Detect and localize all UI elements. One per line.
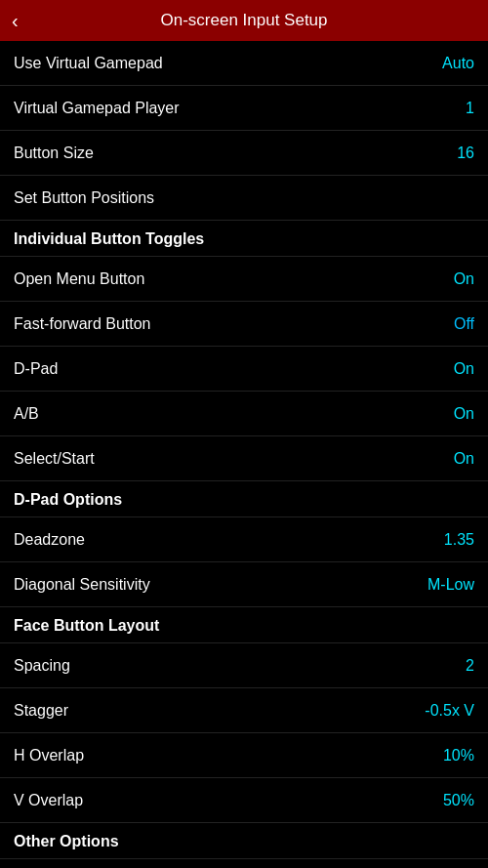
set-button-positions-row[interactable]: Set Button Positions xyxy=(0,176,488,221)
section-other-options-label: Other Options xyxy=(14,833,119,849)
section-d-pad-options-label: D-Pad Options xyxy=(14,491,122,508)
select-start-label: Select/Start xyxy=(14,450,95,468)
fast-forward-button-row[interactable]: Fast-forward Button Off xyxy=(0,302,488,347)
stagger-label: Stagger xyxy=(14,702,68,720)
spacing-label: Spacing xyxy=(14,657,70,675)
select-start-value: On xyxy=(454,450,474,468)
spacing-row[interactable]: Spacing 2 xyxy=(0,643,488,688)
diagonal-sensitivity-label: Diagonal Sensitivity xyxy=(14,576,150,594)
d-pad-value: On xyxy=(454,360,474,378)
back-button[interactable]: ‹ xyxy=(12,10,19,32)
stagger-row[interactable]: Stagger -0.5x V xyxy=(0,688,488,733)
open-menu-button-label: Open Menu Button xyxy=(14,270,144,288)
deadzone-label: Deadzone xyxy=(14,531,85,549)
h-overlap-label: H Overlap xyxy=(14,747,84,765)
d-pad-row[interactable]: D-Pad On xyxy=(0,347,488,392)
stagger-value: -0.5x V xyxy=(425,702,474,720)
fast-forward-button-label: Fast-forward Button xyxy=(14,315,151,333)
section-individual-button-toggles: Individual Button Toggles xyxy=(0,221,488,257)
set-button-positions-label: Set Button Positions xyxy=(14,189,154,207)
button-size-label: Button Size xyxy=(14,145,94,162)
ab-row[interactable]: A/B On xyxy=(0,392,488,436)
select-start-row[interactable]: Select/Start On xyxy=(0,436,488,481)
v-overlap-row[interactable]: V Overlap 50% xyxy=(0,778,488,823)
section-face-button-layout: Face Button Layout xyxy=(0,607,488,643)
page-title: On-screen Input Setup xyxy=(12,11,476,30)
diagonal-sensitivity-value: M-Low xyxy=(427,576,474,594)
show-bounding-boxes-row[interactable]: Show Bounding Boxes Off xyxy=(0,859,488,868)
virtual-gamepad-player-label: Virtual Gamepad Player xyxy=(14,100,180,117)
open-menu-button-value: On xyxy=(454,270,474,288)
open-menu-button-row[interactable]: Open Menu Button On xyxy=(0,257,488,302)
ab-label: A/B xyxy=(14,405,39,423)
button-size-value: 16 xyxy=(457,145,474,162)
use-virtual-gamepad-value: Auto xyxy=(442,55,474,72)
deadzone-row[interactable]: Deadzone 1.35 xyxy=(0,517,488,562)
diagonal-sensitivity-row[interactable]: Diagonal Sensitivity M-Low xyxy=(0,562,488,607)
button-size-row[interactable]: Button Size 16 xyxy=(0,131,488,176)
use-virtual-gamepad-label: Use Virtual Gamepad xyxy=(14,55,163,72)
header: ‹ On-screen Input Setup xyxy=(0,0,488,41)
fast-forward-button-value: Off xyxy=(454,315,474,333)
virtual-gamepad-player-row[interactable]: Virtual Gamepad Player 1 xyxy=(0,86,488,131)
v-overlap-value: 50% xyxy=(443,792,474,809)
v-overlap-label: V Overlap xyxy=(14,792,83,809)
section-face-button-layout-label: Face Button Layout xyxy=(14,617,159,634)
h-overlap-value: 10% xyxy=(443,747,474,765)
section-d-pad-options: D-Pad Options xyxy=(0,481,488,517)
deadzone-value: 1.35 xyxy=(444,531,474,549)
spacing-value: 2 xyxy=(466,657,474,675)
d-pad-label: D-Pad xyxy=(14,360,58,378)
h-overlap-row[interactable]: H Overlap 10% xyxy=(0,733,488,778)
ab-value: On xyxy=(454,405,474,423)
use-virtual-gamepad-row[interactable]: Use Virtual Gamepad Auto xyxy=(0,41,488,86)
virtual-gamepad-player-value: 1 xyxy=(466,100,474,117)
section-other-options: Other Options xyxy=(0,823,488,859)
section-individual-button-toggles-label: Individual Button Toggles xyxy=(14,230,204,247)
